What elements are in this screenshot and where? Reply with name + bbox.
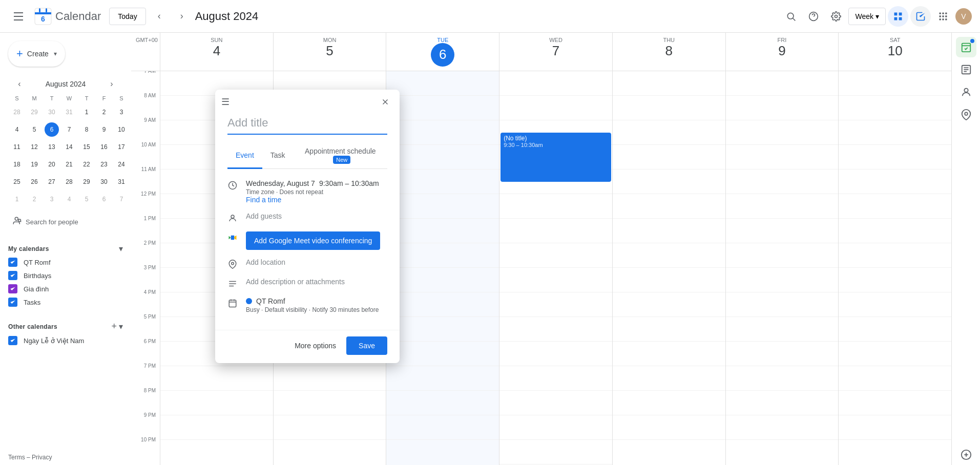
qt-romf-checkbox[interactable] xyxy=(8,258,17,267)
mini-cal-date[interactable]: 17 xyxy=(114,140,129,154)
tasks-view-button[interactable] xyxy=(910,6,931,27)
mini-cal-date[interactable]: 2 xyxy=(97,105,111,119)
search-button[interactable] xyxy=(781,6,801,27)
mini-cal-date[interactable]: 14 xyxy=(62,140,76,154)
mini-cal-date[interactable]: 11 xyxy=(10,140,24,154)
tasks-checkbox[interactable] xyxy=(8,298,17,307)
avatar[interactable]: V xyxy=(955,8,972,25)
mini-cal-date[interactable]: 7 xyxy=(114,192,129,206)
day-col-sun[interactable]: SUN 4 xyxy=(160,33,273,71)
dialog-close-button[interactable] xyxy=(377,94,393,110)
grid-col-sat[interactable] xyxy=(838,71,951,465)
mini-cal-date[interactable]: 27 xyxy=(45,175,59,189)
mini-cal-date[interactable]: 30 xyxy=(45,105,59,119)
prev-arrow[interactable]: ‹ xyxy=(150,7,169,26)
mini-cal-prev[interactable]: ‹ xyxy=(12,77,27,91)
birthdays-checkbox[interactable] xyxy=(8,271,17,280)
mini-cal-date[interactable]: 1 xyxy=(79,105,94,119)
mini-cal-date[interactable]: 29 xyxy=(79,175,94,189)
vn-holidays-checkbox[interactable] xyxy=(8,336,17,345)
grid-col-tue[interactable] xyxy=(386,71,499,465)
calendar-item-vn-holidays[interactable]: Ngày Lễ ở Việt Nam xyxy=(4,334,127,347)
event-time-range[interactable]: 9:30am – 10:30am xyxy=(319,179,379,187)
mini-cal-next[interactable]: › xyxy=(105,77,119,91)
day-col-fri[interactable]: FRI 9 xyxy=(725,33,839,71)
mini-cal-date[interactable]: 2 xyxy=(27,192,41,206)
privacy-link[interactable]: Privacy xyxy=(32,454,52,461)
calendar-item-birthdays[interactable]: Birthdays xyxy=(4,269,127,282)
mini-cal-date[interactable]: 16 xyxy=(97,140,111,154)
day-col-mon[interactable]: MON 5 xyxy=(273,33,386,71)
mini-cal-today[interactable]: 6 xyxy=(45,122,59,137)
mini-cal-date[interactable]: 18 xyxy=(10,157,24,172)
settings-button[interactable] xyxy=(826,6,846,27)
tab-event[interactable]: Event xyxy=(227,143,262,169)
mini-cal-date[interactable]: 31 xyxy=(62,105,76,119)
mini-cal-date[interactable]: 23 xyxy=(97,157,111,172)
right-sidebar-map-icon[interactable] xyxy=(956,104,976,125)
tab-appointment[interactable]: Appointment schedule New xyxy=(294,143,387,169)
mini-cal-date[interactable]: 4 xyxy=(10,122,24,137)
grid-col-fri[interactable] xyxy=(725,71,839,465)
add-guests-input[interactable] xyxy=(246,212,387,220)
calendar-item-tasks[interactable]: Tasks xyxy=(4,295,127,309)
view-selector[interactable]: Week ▾ xyxy=(848,8,886,25)
mini-cal-date[interactable]: 19 xyxy=(27,157,41,172)
menu-button[interactable] xyxy=(8,6,29,27)
calendar-item-gia-dinh[interactable]: Gia đình xyxy=(4,282,127,295)
save-button[interactable]: Save xyxy=(346,336,387,355)
gia-dinh-checkbox[interactable] xyxy=(8,284,17,293)
day-col-tue[interactable]: TUE 6 xyxy=(386,33,499,71)
mini-cal-date[interactable]: 28 xyxy=(10,105,24,119)
mini-cal-date[interactable]: 12 xyxy=(27,140,41,154)
next-arrow[interactable]: › xyxy=(173,7,191,26)
day-col-thu[interactable]: THU 8 xyxy=(612,33,725,71)
mini-cal-date[interactable]: 26 xyxy=(27,175,41,189)
day-col-wed[interactable]: WED 7 xyxy=(499,33,612,71)
mini-cal-date[interactable]: 3 xyxy=(114,105,129,119)
mini-cal-date[interactable]: 10 xyxy=(114,122,129,137)
mini-cal-date[interactable]: 21 xyxy=(62,157,76,172)
grid-col-thu[interactable] xyxy=(612,71,725,465)
mini-cal-date[interactable]: 20 xyxy=(45,157,59,172)
mini-cal-date[interactable]: 3 xyxy=(45,192,59,206)
today-button[interactable]: Today xyxy=(109,8,145,25)
mini-cal-date[interactable]: 25 xyxy=(10,175,24,189)
mini-cal-date[interactable]: 28 xyxy=(62,175,76,189)
mini-cal-date[interactable]: 29 xyxy=(27,105,41,119)
right-sidebar-add-icon[interactable] xyxy=(956,445,976,465)
mini-cal-date[interactable]: 24 xyxy=(114,157,129,172)
mini-cal-date[interactable]: 30 xyxy=(97,175,111,189)
terms-link[interactable]: Terms xyxy=(8,454,25,461)
mini-cal-date[interactable]: 22 xyxy=(79,157,94,172)
mini-cal-date[interactable]: 7 xyxy=(62,122,76,137)
mini-cal-date[interactable]: 6 xyxy=(97,192,111,206)
right-sidebar-tasks-icon[interactable] xyxy=(956,59,976,80)
right-sidebar-calendar-icon[interactable] xyxy=(956,37,976,57)
apps-button[interactable] xyxy=(933,6,953,27)
mini-cal-date[interactable]: 5 xyxy=(27,122,41,137)
calendar-grid-view-button[interactable] xyxy=(888,6,908,27)
add-location-input[interactable] xyxy=(246,258,387,266)
mini-cal-date[interactable]: 4 xyxy=(62,192,76,206)
my-calendars-header[interactable]: My calendars ▾ xyxy=(4,240,127,256)
mini-cal-date[interactable]: 8 xyxy=(79,122,94,137)
mini-cal-date[interactable]: 31 xyxy=(114,175,129,189)
more-options-button[interactable]: More options xyxy=(288,337,342,354)
mini-cal-date[interactable]: 5 xyxy=(79,192,94,206)
calendar-item-qt-romf[interactable]: QT Romf xyxy=(4,256,127,269)
event-title-input[interactable] xyxy=(227,114,387,135)
search-people-button[interactable]: Search for people xyxy=(4,212,127,231)
mini-cal-date[interactable]: 13 xyxy=(45,140,59,154)
day-col-sat[interactable]: SAT 10 xyxy=(838,33,951,71)
mini-cal-date[interactable]: 1 xyxy=(10,192,24,206)
add-other-calendar-icon[interactable]: + xyxy=(111,321,117,332)
help-button[interactable] xyxy=(803,6,824,27)
add-meet-button[interactable]: Add Google Meet video conferencing xyxy=(246,231,380,250)
create-button[interactable]: + Create ▾ xyxy=(8,41,65,67)
add-description-input[interactable] xyxy=(246,278,387,286)
find-time-link[interactable]: Find a time xyxy=(246,196,281,204)
grid-col-wed[interactable]: (No title) 9:30 – 10:30am xyxy=(499,71,612,465)
mini-cal-date[interactable]: 9 xyxy=(97,122,111,137)
calendar-event-no-title[interactable]: (No title) 9:30 – 10:30am xyxy=(501,133,611,182)
